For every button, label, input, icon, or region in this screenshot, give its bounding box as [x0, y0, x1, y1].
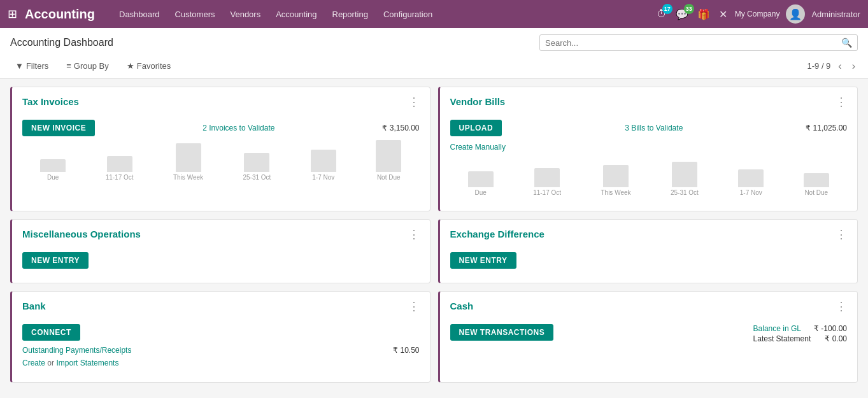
- favorites-btn[interactable]: ★ Favorites: [122, 59, 176, 73]
- search-bar: 🔍: [539, 34, 858, 51]
- top-navigation: ⊞ Accounting Dashboard Customers Vendors…: [0, 0, 868, 28]
- toolbar: ▼ Filters ≡ Group By ★ Favorites 1-9 / 9…: [0, 55, 868, 78]
- chart-bar: [311, 150, 336, 172]
- misc-operations-title: Miscellaneous Operations: [22, 229, 141, 239]
- balance-gl-row: Balance in GL ₹ -100.00: [753, 324, 847, 333]
- chart-column: 11-17 Oct: [106, 156, 134, 181]
- tax-invoices-card: Tax Invoices ⋮ NEW INVOICE 2 Invoices to…: [10, 87, 430, 211]
- filters-btn[interactable]: ▼ Filters: [10, 59, 53, 73]
- tax-invoices-chart: Due11-17 OctThis Week25-31 Oct1-7 NovNot…: [22, 143, 420, 181]
- bank-header: Bank ⋮: [22, 301, 420, 318]
- exchange-difference-menu-btn[interactable]: ⋮: [836, 229, 847, 240]
- latest-statement-label: Latest Statement: [753, 334, 811, 343]
- upload-btn[interactable]: UPLOAD: [450, 120, 502, 136]
- new-transactions-btn[interactable]: NEW TRANSACTIONS: [450, 324, 554, 341]
- balance-section: Balance in GL ₹ -100.00 Latest Statement…: [753, 324, 847, 345]
- misc-operations-card: Miscellaneous Operations ⋮ NEW ENTRY: [10, 219, 430, 284]
- outstanding-link[interactable]: Outstanding Payments/Receipts: [22, 346, 131, 355]
- exchange-difference-header: Exchange Difference ⋮: [450, 229, 848, 246]
- chart-bar: [468, 171, 494, 187]
- balance-gl-amount: ₹ -100.00: [814, 324, 847, 333]
- bank-inline-info: Outstanding Payments/Receipts ₹ 10.50: [22, 346, 420, 355]
- chart-bar: [176, 143, 201, 172]
- avatar[interactable]: 👤: [786, 4, 805, 24]
- vendor-bills-validate-link[interactable]: 3 Bills to Validate: [625, 124, 683, 132]
- misc-new-entry-section: NEW ENTRY: [22, 252, 420, 269]
- menu-accounting[interactable]: Accounting: [269, 6, 323, 23]
- cash-header: Cash ⋮: [450, 301, 848, 318]
- chart-label: This Week: [173, 174, 203, 181]
- import-link[interactable]: Import Statements: [56, 359, 118, 367]
- chart-column: Due: [40, 159, 66, 181]
- cash-menu-btn[interactable]: ⋮: [836, 301, 847, 312]
- vendor-bills-header: Vendor Bills ⋮: [450, 96, 848, 113]
- cash-title: Cash: [450, 301, 474, 311]
- exchange-difference-card: Exchange Difference ⋮ NEW ENTRY: [438, 219, 858, 284]
- next-page-btn[interactable]: ›: [850, 59, 858, 73]
- page-title: Accounting Dashboard: [10, 37, 113, 48]
- chart-column: 11-17 Oct: [533, 168, 561, 196]
- misc-operations-header: Miscellaneous Operations ⋮: [22, 229, 420, 246]
- chart-label: 1-7 Nov: [740, 189, 762, 196]
- chart-bar: [107, 156, 132, 172]
- groupby-btn[interactable]: ≡ Group By: [61, 59, 114, 73]
- bank-menu-btn[interactable]: ⋮: [408, 301, 420, 312]
- exchange-new-entry-btn[interactable]: NEW ENTRY: [450, 252, 516, 269]
- tax-invoices-amount: ₹ 3,150.00: [382, 124, 419, 132]
- company-name[interactable]: My Company: [735, 10, 780, 18]
- chart-label: 25-31 Oct: [671, 189, 699, 196]
- create-manually-link[interactable]: Create Manually: [450, 143, 848, 152]
- page-wrapper: ⊞ Accounting Dashboard Customers Vendors…: [0, 0, 868, 398]
- search-icon: 🔍: [841, 38, 852, 48]
- vendor-bills-menu-btn[interactable]: ⋮: [836, 96, 847, 108]
- message-icon-btn[interactable]: 💬 33: [674, 7, 690, 22]
- bank-card: Bank ⋮ CONNECT Outstanding Payments/Rece…: [10, 291, 430, 383]
- chart-label: Due: [47, 174, 59, 181]
- chart-bar: [376, 140, 401, 172]
- toolbar-left: ▼ Filters ≡ Group By ★ Favorites: [10, 59, 176, 73]
- topnav-right: ⏱ 17 💬 33 🎁 ✕ My Company 👤 Administrator: [655, 4, 860, 24]
- new-invoice-btn[interactable]: NEW INVOICE: [22, 120, 95, 136]
- menu-vendors[interactable]: Vendors: [224, 6, 267, 23]
- chart-label: This Week: [601, 189, 630, 196]
- chart-column: 1-7 Nov: [311, 150, 336, 181]
- close-icon-btn[interactable]: ✕: [718, 7, 729, 22]
- exchange-new-entry-section: NEW ENTRY: [450, 252, 848, 269]
- chart-bar: [672, 162, 697, 187]
- chart-bar: [738, 169, 764, 187]
- admin-name[interactable]: Administrator: [811, 10, 860, 19]
- chart-label: Not Due: [804, 189, 828, 196]
- create-link[interactable]: Create: [22, 359, 45, 367]
- toolbar-right: 1-9 / 9 ‹ ›: [807, 59, 858, 73]
- balance-gl-label[interactable]: Balance in GL: [753, 324, 801, 333]
- grid-icon[interactable]: ⊞: [8, 7, 17, 21]
- chart-label: 1-7 Nov: [312, 174, 334, 181]
- search-input[interactable]: [545, 38, 841, 48]
- or-text: or: [45, 359, 56, 367]
- activity-badge: 17: [662, 4, 672, 14]
- prev-page-btn[interactable]: ‹: [836, 59, 844, 73]
- connect-btn[interactable]: CONNECT: [22, 324, 80, 341]
- tax-invoices-menu-btn[interactable]: ⋮: [408, 96, 420, 108]
- menu-configuration[interactable]: Configuration: [377, 6, 439, 23]
- tax-invoices-validate-link[interactable]: 2 Invoices to Validate: [203, 124, 274, 132]
- vendor-bills-card: Vendor Bills ⋮ UPLOAD 3 Bills to Validat…: [438, 87, 858, 211]
- latest-statement-amount: ₹ 0.00: [825, 334, 847, 343]
- misc-operations-menu-btn[interactable]: ⋮: [408, 229, 420, 240]
- pagination-text: 1-9 / 9: [807, 61, 830, 71]
- chart-label: Not Due: [377, 174, 401, 181]
- subheader-row1: Accounting Dashboard 🔍: [0, 28, 868, 55]
- gift-icon-btn[interactable]: 🎁: [696, 7, 711, 22]
- menu-customers[interactable]: Customers: [169, 6, 222, 23]
- chart-column: 25-31 Oct: [243, 153, 271, 181]
- misc-new-entry-btn[interactable]: NEW ENTRY: [22, 252, 89, 269]
- vendor-bills-amount: ₹ 11,025.00: [806, 124, 847, 132]
- chart-bar: [534, 168, 560, 187]
- groupby-icon: ≡: [66, 61, 71, 71]
- menu-dashboard[interactable]: Dashboard: [113, 6, 166, 23]
- cash-card: Cash ⋮ NEW TRANSACTIONS Balance in GL ₹ …: [438, 291, 858, 383]
- menu-reporting[interactable]: Reporting: [326, 6, 374, 23]
- chart-label: 25-31 Oct: [243, 174, 271, 181]
- activity-icon-btn[interactable]: ⏱ 17: [655, 7, 668, 21]
- filter-icon: ▼: [15, 61, 24, 71]
